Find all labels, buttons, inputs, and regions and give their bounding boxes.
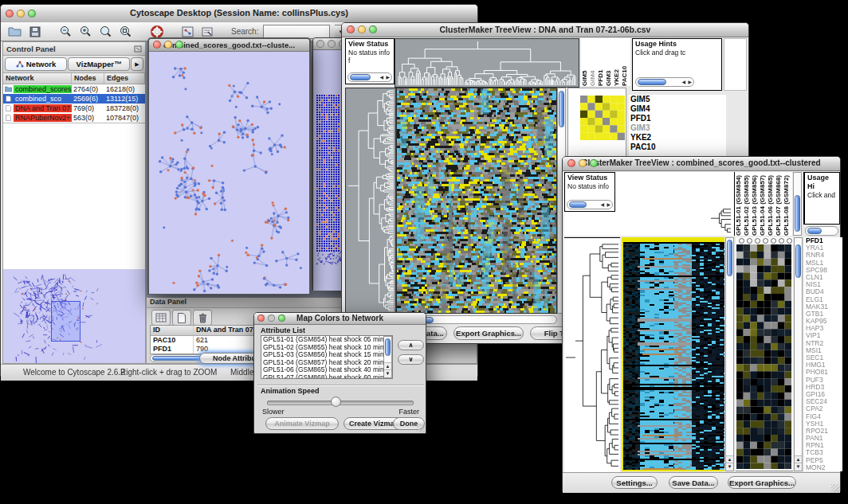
scroll-down-icon[interactable]: ▼ bbox=[384, 369, 391, 377]
scroll-right-icon[interactable]: ▶ bbox=[607, 202, 610, 208]
network-canvas-1[interactable] bbox=[149, 52, 309, 294]
gene-label[interactable]: PFD1 bbox=[630, 114, 726, 123]
birdseye-view-icon[interactable] bbox=[180, 25, 195, 39]
close-button[interactable] bbox=[153, 41, 161, 49]
export-graphics-button[interactable]: Export Graphics... bbox=[453, 326, 524, 340]
close-button[interactable] bbox=[6, 10, 14, 18]
column-label[interactable]: GIM3 bbox=[605, 38, 613, 86]
column-label[interactable]: GIM5 bbox=[581, 38, 589, 86]
col-nodes[interactable]: Nodes bbox=[72, 73, 104, 84]
animation-slider-thumb[interactable] bbox=[331, 397, 341, 407]
scroll-left-icon[interactable]: ◀ bbox=[600, 202, 604, 208]
view-status-scrollbar[interactable]: ◀ ▶ bbox=[567, 200, 613, 209]
column-label[interactable]: GPL51-01 (GSM854) bbox=[735, 172, 743, 236]
annotation-icon[interactable] bbox=[200, 25, 215, 39]
column-label[interactable]: GPL51-03 (GSM856) bbox=[751, 172, 759, 236]
new-attribute-icon[interactable] bbox=[172, 310, 191, 326]
table-row[interactable]: combined_scores 2764(0) 16218(0) bbox=[3, 84, 145, 94]
scroll-right-icon[interactable]: ▶ bbox=[386, 75, 390, 80]
col-id[interactable]: ID bbox=[151, 326, 194, 335]
zoom-selected-icon[interactable] bbox=[118, 25, 133, 39]
delete-attribute-icon[interactable] bbox=[193, 310, 212, 326]
column-label[interactable]: PFD1 bbox=[597, 38, 605, 86]
scroll-right-icon[interactable]: ▶ bbox=[688, 80, 692, 85]
gene-label[interactable]: GIM5 bbox=[630, 95, 726, 104]
minimize-button[interactable] bbox=[164, 41, 172, 49]
move-down-button[interactable]: ∨ bbox=[398, 354, 424, 365]
treeview2-zoom-vscrollbar[interactable]: ▲ ▼ bbox=[794, 237, 803, 471]
view-status-scrollbar[interactable]: ◀ ▶ bbox=[347, 72, 392, 82]
gene-label[interactable]: MON2 bbox=[806, 464, 842, 471]
main-titlebar[interactable]: Cytoscape Desktop (Session Name: collins… bbox=[1, 5, 477, 23]
map-dialog-titlebar[interactable]: Map Colors to Network bbox=[254, 313, 426, 325]
help-lifering-icon[interactable] bbox=[149, 25, 164, 39]
column-label[interactable]: GPL51-07 (GSM868) bbox=[775, 172, 783, 236]
animate-vizmap-button[interactable]: Animate Vizmap bbox=[265, 417, 339, 430]
usage-hints-scrollbar[interactable] bbox=[805, 226, 838, 236]
close-button[interactable] bbox=[316, 40, 324, 48]
settings-button[interactable]: Settings... bbox=[611, 476, 658, 489]
treeview1-row-dendrogram[interactable] bbox=[345, 88, 396, 314]
resize-grip[interactable] bbox=[831, 484, 839, 492]
minimize-button[interactable] bbox=[268, 315, 275, 322]
treeview1-column-dendrogram[interactable] bbox=[395, 38, 579, 88]
attribute-list-scrollbar[interactable]: ▲ ▼ bbox=[383, 336, 392, 378]
treeview2-zoom-panel[interactable] bbox=[736, 237, 793, 471]
zoom-button[interactable] bbox=[175, 41, 183, 49]
scroll-left-icon[interactable]: ◀ bbox=[681, 80, 685, 85]
close-button[interactable] bbox=[347, 25, 355, 33]
minimize-button[interactable] bbox=[328, 40, 336, 48]
usage-hints-scrollbar[interactable]: ◀ ▶ bbox=[635, 77, 694, 87]
table-row-selected[interactable]: combined_sco 2569(6) 13112(15) bbox=[3, 94, 145, 104]
scroll-down-icon[interactable]: ▼ bbox=[726, 463, 733, 471]
treeview1-zoom-matrix[interactable] bbox=[580, 96, 625, 140]
open-file-icon[interactable] bbox=[7, 25, 22, 39]
minimize-button[interactable] bbox=[17, 10, 25, 18]
column-label[interactable]: GPL51-06 (GSM865) bbox=[767, 172, 775, 236]
save-icon[interactable] bbox=[27, 25, 42, 39]
col-edges[interactable]: Edges bbox=[104, 73, 145, 84]
tab-overflow-button[interactable]: ▶ bbox=[131, 57, 143, 71]
tab-network[interactable]: Network bbox=[5, 57, 67, 71]
treeview2-heatmap-vscrollbar[interactable]: ▲ ▼ bbox=[725, 237, 734, 471]
network-window-1-titlebar[interactable]: combined_scores_good.txt--cluste... bbox=[149, 39, 309, 52]
move-up-button[interactable]: ∧ bbox=[398, 340, 424, 350]
treeview2-top-vscrollbar[interactable] bbox=[793, 172, 802, 236]
save-data-button[interactable]: Save Data... bbox=[669, 476, 718, 489]
search-input[interactable] bbox=[263, 25, 330, 39]
treeview2-titlebar[interactable]: ClusterMaker TreeView : combined_scores_… bbox=[563, 157, 840, 171]
float-panel-icon[interactable] bbox=[134, 45, 142, 53]
zoom-fit-icon[interactable] bbox=[98, 25, 113, 39]
treeview1-heatmap[interactable] bbox=[396, 88, 557, 314]
attribute-item[interactable]: GPL51-07 (GSM868) heat shock 60 min bbox=[261, 374, 392, 380]
close-button[interactable] bbox=[257, 315, 265, 322]
gene-label[interactable]: PAC10 bbox=[630, 143, 726, 152]
column-label[interactable]: YKE2 bbox=[613, 38, 621, 86]
table-row[interactable]: DNA and Tran 07 769(0) 183728(0) bbox=[3, 104, 145, 113]
table-row[interactable]: RNAPuberNov2+ 563(0) 107847(0) bbox=[3, 113, 145, 123]
zoom-button[interactable] bbox=[590, 159, 598, 167]
scroll-down-icon[interactable]: ▼ bbox=[795, 463, 802, 471]
gene-label[interactable]: GIM4 bbox=[630, 104, 726, 114]
treeview2-heatmap[interactable] bbox=[622, 237, 724, 471]
gene-label[interactable]: GIM3 bbox=[630, 123, 726, 133]
column-label[interactable]: GPL51-04 (GSM857) bbox=[759, 172, 767, 236]
column-label[interactable]: GPL51-02 (GSM855) bbox=[743, 172, 751, 236]
column-label[interactable]: GPL51-08 (GSM872) bbox=[783, 172, 791, 236]
select-attributes-icon[interactable] bbox=[151, 310, 171, 326]
zoom-button[interactable] bbox=[369, 25, 377, 33]
column-label[interactable]: PAC10 bbox=[621, 38, 629, 86]
zoom-button[interactable] bbox=[28, 10, 36, 18]
minimize-button[interactable] bbox=[579, 159, 587, 167]
treeview2-column-dendrogram[interactable] bbox=[617, 172, 732, 236]
export-graphics-button[interactable]: Export Graphics... bbox=[728, 476, 796, 489]
column-label[interactable]: GIM4 bbox=[589, 38, 597, 86]
zoom-out-icon[interactable] bbox=[58, 25, 73, 39]
close-button[interactable] bbox=[567, 159, 575, 167]
resize-grip[interactable] bbox=[417, 424, 425, 432]
treeview2-zoom-heatmap[interactable] bbox=[736, 244, 791, 469]
birdseye-overview[interactable] bbox=[3, 269, 145, 363]
col-network[interactable]: Network bbox=[3, 73, 72, 84]
zoom-in-icon[interactable] bbox=[78, 25, 93, 39]
minimize-button[interactable] bbox=[358, 25, 366, 33]
